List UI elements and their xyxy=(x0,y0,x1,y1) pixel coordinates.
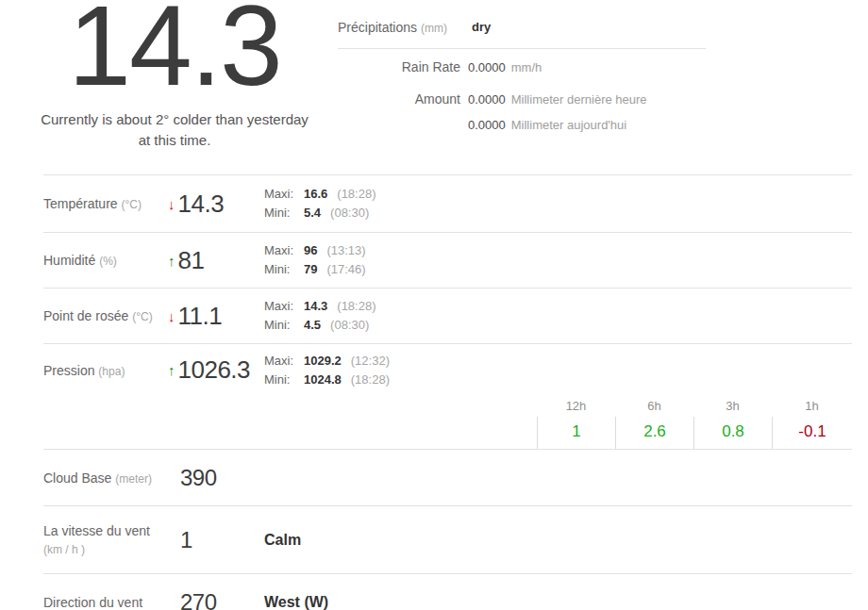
rain-amount-hour-value: 0.0000 xyxy=(468,92,506,107)
humidity-unit: (%) xyxy=(99,255,117,268)
arrow-down-icon: ↓ xyxy=(168,196,175,212)
maxi-label: Maxi: xyxy=(264,352,296,371)
trend-value-3h: 0.8 xyxy=(693,417,772,449)
winddirection-label: Direction du vent xyxy=(43,595,168,610)
maxi-label: Maxi: xyxy=(264,185,296,204)
humidity-maxmin: Maxi: 96 (13:13) Mini: 79 (17:46) xyxy=(264,241,852,279)
dewpoint-mini-value: 4.5 xyxy=(304,316,321,335)
metric-row-pressure: Pression (hpa) ↑ 1026.3 Maxi: 1029.2 (12… xyxy=(43,343,852,449)
cloudbase-label: Cloud Base (meter) xyxy=(43,470,168,486)
arrow-up-icon: ↑ xyxy=(168,253,175,269)
dewpoint-maxmin: Maxi: 14.3 (18:28) Mini: 4.5 (08:30) xyxy=(264,297,852,335)
humidity-maxi-time: (13:13) xyxy=(326,241,365,260)
rain-amount-today-value: 0.0000 xyxy=(468,118,506,133)
rain-amount-label: Amount xyxy=(338,91,460,107)
humidity-mini-line: Mini: 79 (17:46) xyxy=(264,260,852,279)
humidity-mini-value: 79 xyxy=(304,260,317,279)
metric-row-dewpoint: Point de rosée (°C) ↓ 11.1 Maxi: 14.3 (1… xyxy=(43,288,852,343)
pressure-trend-table: 12h 6h 3h 1h 1 2.6 0.8 -0.1 xyxy=(537,396,852,449)
temperature-maxi-time: (18:28) xyxy=(337,185,376,204)
dewpoint-mini-line: Mini: 4.5 (08:30) xyxy=(264,316,852,335)
pressure-unit: (hpa) xyxy=(98,365,125,378)
mini-label: Mini: xyxy=(264,371,296,389)
metric-row-temperature: Température (°C) ↓ 14.3 Maxi: 16.6 (18:2… xyxy=(43,174,852,232)
mini-label: Mini: xyxy=(264,316,296,335)
humidity-label: Humidité (%) xyxy=(43,253,168,268)
winddirection-label-text: Direction du vent xyxy=(43,595,142,610)
arrow-down-icon: ↓ xyxy=(168,308,175,324)
dewpoint-mini-time: (08:30) xyxy=(330,316,369,335)
pressure-mini-value: 1024.8 xyxy=(304,371,342,389)
weather-dashboard: 14.3 Currently is about 2° colder than y… xyxy=(0,0,868,610)
pressure-mini-time: (18:28) xyxy=(351,371,390,389)
metric-row-winddirection: Direction du vent 270 West (W) xyxy=(43,573,852,610)
precipitation-title-unit: (mm) xyxy=(421,22,447,35)
trend-period-3h: 3h xyxy=(693,396,772,417)
mini-label: Mini: xyxy=(264,260,296,279)
comparison-note-line2: at this time. xyxy=(24,130,326,151)
maxi-label: Maxi: xyxy=(264,241,296,260)
dewpoint-maxi-line: Maxi: 14.3 (18:28) xyxy=(264,297,852,316)
pressure-maxmin: Maxi: 1029.2 (12:32) Mini: 1024.8 (18:28… xyxy=(264,352,852,389)
rain-rate-value: 0.0000 xyxy=(468,60,506,75)
temperature-label-text: Température xyxy=(43,196,118,211)
trend-value-6h: 2.6 xyxy=(615,417,693,449)
maxi-label: Maxi: xyxy=(264,297,296,316)
temperature-label: Température (°C) xyxy=(43,196,168,211)
cloudbase-value: 390 xyxy=(168,465,264,491)
winddirection-text: West (W) xyxy=(264,594,852,610)
rain-amount-row-hour: Amount 0.0000 Millimeter dernière heure xyxy=(338,91,706,107)
dewpoint-maxi-value: 14.3 xyxy=(304,297,327,316)
precipitation-title: Précipitations xyxy=(338,20,417,35)
temperature-mini-line: Mini: 5.4 (08:30) xyxy=(264,204,852,223)
humidity-value-cell: ↑ 81 xyxy=(168,246,264,275)
cloudbase-label-text: Cloud Base xyxy=(43,470,111,486)
temperature-unit: (°C) xyxy=(121,198,141,211)
rain-rate-unit: mm/h xyxy=(511,60,542,75)
humidity-maxi-line: Maxi: 96 (13:13) xyxy=(264,241,852,260)
dewpoint-unit: (°C) xyxy=(132,310,152,323)
windspeed-label: La vitesse du vent (km / h ) xyxy=(43,521,168,559)
comparison-note: Currently is about 2° colder than yester… xyxy=(24,109,326,151)
current-temperature-hero: 14.3 Currently is about 2° colder than y… xyxy=(24,0,326,151)
humidity-value: 81 xyxy=(178,246,205,275)
temperature-mini-time: (08:30) xyxy=(330,204,369,223)
metric-row-cloudbase: Cloud Base (meter) 390 xyxy=(43,449,852,505)
metrics-table: Température (°C) ↓ 14.3 Maxi: 16.6 (18:2… xyxy=(43,174,852,610)
pressure-label: Pression (hpa) xyxy=(43,363,168,378)
comparison-note-line1: Currently is about 2° colder than yester… xyxy=(24,109,326,130)
trend-period-6h: 6h xyxy=(615,396,693,417)
winddirection-value: 270 xyxy=(168,589,264,610)
arrow-up-icon: ↑ xyxy=(168,362,175,378)
pressure-label-text: Pression xyxy=(43,363,94,378)
trend-value-12h: 1 xyxy=(537,417,615,449)
trend-period-12h: 12h xyxy=(537,396,615,417)
dewpoint-value-cell: ↓ 11.1 xyxy=(168,302,264,331)
humidity-label-text: Humidité xyxy=(43,253,95,268)
rain-amount-today-unit: Millimeter aujourd'hui xyxy=(511,118,626,133)
pressure-mini-line: Mini: 1024.8 (18:28) xyxy=(264,371,852,389)
pressure-maxi-time: (12:32) xyxy=(351,352,390,371)
metric-row-humidity: Humidité (%) ↑ 81 Maxi: 96 (13:13) Mini:… xyxy=(43,232,852,288)
dewpoint-value: 11.1 xyxy=(178,302,223,331)
temperature-maxi-line: Maxi: 16.6 (18:28) xyxy=(264,185,852,204)
temperature-mini-value: 5.4 xyxy=(304,204,321,223)
pressure-value: 1026.3 xyxy=(178,355,251,385)
pressure-trend-values: 1 2.6 0.8 -0.1 xyxy=(537,417,852,449)
trend-period-1h: 1h xyxy=(772,396,852,417)
temperature-maxmin: Maxi: 16.6 (18:28) Mini: 5.4 (08:30) xyxy=(264,185,852,223)
temperature-maxi-value: 16.6 xyxy=(304,185,327,204)
windspeed-unit: (km / h ) xyxy=(43,540,168,559)
temperature-value: 14.3 xyxy=(178,190,225,219)
rain-rate-row: Rain Rate 0.0000 mm/h xyxy=(338,59,706,75)
windspeed-value: 1 xyxy=(168,527,264,553)
precipitation-panel: Précipitations (mm) dry Rain Rate 0.0000… xyxy=(338,0,706,133)
humidity-maxi-value: 96 xyxy=(304,241,317,260)
precipitation-header: Précipitations (mm) dry xyxy=(338,0,706,49)
metric-row-windspeed: La vitesse du vent (km / h ) 1 Calm xyxy=(43,505,852,573)
dewpoint-label-text: Point de rosée xyxy=(43,308,128,323)
pressure-value-cell: ↑ 1026.3 xyxy=(168,355,264,385)
dewpoint-maxi-time: (18:28) xyxy=(337,297,376,316)
cloudbase-unit: (meter) xyxy=(115,472,152,486)
windspeed-text: Calm xyxy=(264,532,852,549)
